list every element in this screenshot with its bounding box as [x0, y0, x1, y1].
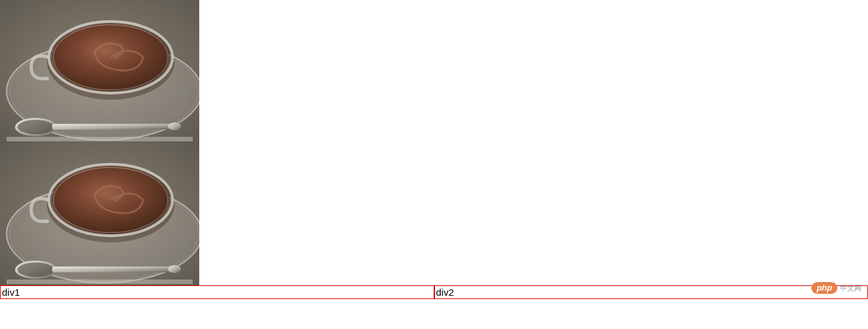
svg-rect-21 [52, 266, 176, 272]
coffee-image-1 [0, 0, 199, 143]
watermark-logo: php [811, 282, 837, 294]
div-row: div1 div2 [0, 285, 868, 299]
div-box-1: div1 [0, 285, 434, 299]
svg-point-20 [18, 263, 54, 277]
svg-rect-9 [52, 124, 176, 130]
coffee-image-2 [0, 143, 199, 285]
svg-point-10 [168, 122, 181, 130]
watermark: php 中文网 [811, 282, 861, 294]
div-box-2: div2 [434, 285, 869, 299]
svg-rect-23 [7, 279, 193, 284]
svg-point-8 [18, 120, 54, 134]
svg-point-22 [168, 265, 181, 273]
watermark-text: 中文网 [840, 283, 861, 293]
svg-rect-11 [7, 137, 193, 141]
